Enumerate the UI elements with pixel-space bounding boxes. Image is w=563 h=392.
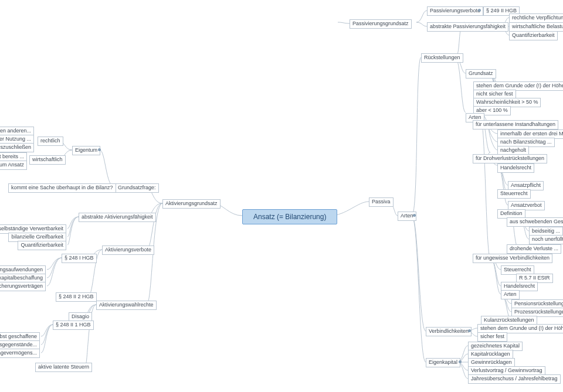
node-wirtschaftlich[interactable]: wirtschaftlich [29, 155, 66, 165]
node-aktiv-wahl[interactable]: Aktivierungswahlrechte [96, 301, 157, 310]
node-rechtl-verpfl[interactable]: rechtliche Verpflichtung [509, 13, 563, 23]
node-rechtlich[interactable]: rechtlich [38, 137, 63, 146]
node-passivierungsgrundsatz[interactable]: Passivierungsgrundsatz [350, 19, 412, 29]
node-jahresueber[interactable]: Jahresüberschuss / Jahresfehlbetrag [468, 374, 561, 384]
collapse-dot[interactable] [413, 214, 416, 217]
node-auszuschliessen[interactable]: auszuschließen [0, 143, 34, 152]
node-aktive-latente[interactable]: aktive latente Steuern [35, 363, 92, 372]
node-drohende-verl[interactable]: drohende Verluste ... [507, 244, 561, 254]
node-unterlassene[interactable]: für unterlassene Instandhaltungen [473, 120, 558, 129]
collapse-dot[interactable] [478, 9, 481, 12]
node-abstrakte-aktiv[interactable]: abstrakte Aktivierungsfähigkeit [79, 213, 156, 222]
node-sicher-fest[interactable]: sicher fest [477, 332, 507, 342]
node-arten3[interactable]: Arten [501, 290, 520, 299]
node-handelsrecht[interactable]: Handelsrecht [497, 163, 534, 173]
node-noch-unerf[interactable]: noch unerfüllt [529, 235, 563, 244]
node-quantifizier2[interactable]: Quantifizierbarkeit [509, 31, 558, 40]
collapse-dot[interactable] [98, 148, 101, 151]
root-node[interactable]: Ansatz (= Bilanzierung) [242, 209, 337, 224]
node-aktivierungsgrundsatz[interactable]: Aktivierungsgrundsatz [162, 199, 221, 209]
node-grundsatzfrage[interactable]: Grundsatzfrage: [115, 183, 159, 193]
node-verbindlichkeiten[interactable]: Verbindlichkeiten [426, 327, 472, 336]
node-kommt-sache[interactable]: kommt eine Sache überhaupt in die Bilanz… [8, 183, 116, 193]
node-aktiv-verbote[interactable]: Aktivierungsverbote [102, 246, 154, 255]
node-drohverlust[interactable]: für Drohverlustrückstellungen [473, 154, 547, 163]
node-fuer-pflicht[interactable]: für die Pflicht zum Ansatz [0, 161, 27, 170]
node-p248II2[interactable]: § 248 II 2 HGB [56, 292, 97, 302]
collapse-dot[interactable] [468, 329, 471, 332]
node-aufwand-abschluss[interactable]: Aufwand für Abschluss von Versicherungsv… [0, 282, 46, 291]
node-quantifizier[interactable]: Quantifizierbarkeit [18, 241, 66, 250]
node-passiva[interactable]: Passiva [369, 197, 394, 207]
node-passiv-verbote[interactable]: Passivierungsverbote [427, 6, 483, 16]
node-wirtsch-belast[interactable]: wirtschaftliche Belastung [509, 22, 563, 32]
node-des-anlage[interactable]: des Anlagevermögens... [0, 349, 40, 358]
node-steuerrecht[interactable]: Steuerrecht [497, 189, 531, 199]
node-aus-schwebenden[interactable]: aus schwebenden Geschäften [507, 217, 563, 227]
node-eigenkapital[interactable]: Eigenkapital [426, 358, 460, 367]
node-p248II1[interactable]: § 248 II 1 HGB [53, 321, 94, 330]
node-p248I[interactable]: § 248 I HGB [62, 254, 97, 263]
node-grundsatz[interactable]: Grundsatz [466, 69, 496, 79]
node-abstrakte-passiv[interactable]: abstrakte Passivierungsfähigkeit [427, 22, 508, 32]
collapse-dot[interactable] [459, 360, 462, 363]
node-ungewisse[interactable]: für ungewisse Verbindlichkeiten [473, 254, 552, 263]
node-rueckstellungen[interactable]: Rückstellungen [421, 53, 463, 63]
node-eigentum[interactable]: Eigentum [72, 146, 100, 155]
